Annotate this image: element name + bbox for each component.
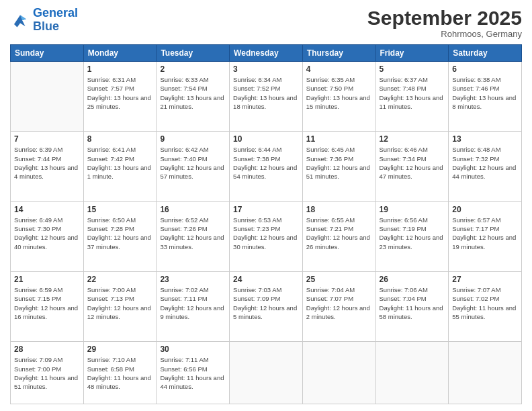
- svg-marker-0: [14, 15, 26, 27]
- day-info: Sunrise: 6:55 AMSunset: 7:21 PMDaylight:…: [306, 216, 372, 251]
- table-row: 18Sunrise: 6:55 AMSunset: 7:21 PMDayligh…: [302, 201, 375, 271]
- day-info: Sunrise: 6:57 AMSunset: 7:17 PMDaylight:…: [452, 216, 518, 251]
- table-row: 29Sunrise: 7:10 AMSunset: 6:58 PMDayligh…: [83, 342, 157, 404]
- table-row: 20Sunrise: 6:57 AMSunset: 7:17 PMDayligh…: [449, 201, 522, 271]
- logo-general: General: [33, 6, 78, 19]
- day-number: 6: [452, 64, 518, 74]
- day-number: 17: [233, 205, 299, 214]
- calendar-header-row: Sunday Monday Tuesday Wednesday Thursday…: [11, 45, 522, 62]
- day-info: Sunrise: 7:02 AMSunset: 7:11 PMDaylight:…: [160, 285, 226, 321]
- table-row: 22Sunrise: 7:00 AMSunset: 7:13 PMDayligh…: [83, 271, 157, 341]
- day-info: Sunrise: 6:44 AMSunset: 7:38 PMDaylight:…: [233, 145, 299, 181]
- day-info: Sunrise: 7:03 AMSunset: 7:09 PMDaylight:…: [233, 285, 299, 321]
- day-number: 19: [380, 205, 445, 214]
- calendar-table: Sunday Monday Tuesday Wednesday Thursday…: [10, 44, 522, 404]
- col-tuesday: Tuesday: [157, 45, 230, 62]
- table-row: 15Sunrise: 6:50 AMSunset: 7:28 PMDayligh…: [83, 201, 157, 271]
- day-number: 25: [306, 275, 372, 284]
- day-number: 9: [160, 134, 226, 144]
- day-number: 4: [306, 64, 372, 74]
- table-row: 7Sunrise: 6:39 AMSunset: 7:44 PMDaylight…: [11, 132, 84, 201]
- day-info: Sunrise: 6:33 AMSunset: 7:54 PMDaylight:…: [160, 75, 226, 111]
- day-number: 10: [233, 134, 299, 144]
- day-number: 23: [160, 275, 226, 284]
- table-row: [375, 342, 449, 404]
- table-row: 30Sunrise: 7:11 AMSunset: 6:56 PMDayligh…: [157, 342, 230, 404]
- day-info: Sunrise: 6:41 AMSunset: 7:42 PMDaylight:…: [87, 145, 153, 181]
- day-info: Sunrise: 6:34 AMSunset: 7:52 PMDaylight:…: [233, 75, 299, 111]
- table-row: 13Sunrise: 6:48 AMSunset: 7:32 PMDayligh…: [449, 132, 522, 201]
- day-info: Sunrise: 7:04 AMSunset: 7:07 PMDaylight:…: [306, 285, 372, 321]
- logo: General Blue: [10, 7, 78, 34]
- day-number: 12: [380, 134, 445, 144]
- day-number: 22: [87, 275, 153, 284]
- table-row: 2Sunrise: 6:33 AMSunset: 7:54 PMDaylight…: [157, 62, 230, 132]
- day-number: 8: [87, 134, 153, 144]
- table-row: 5Sunrise: 6:37 AMSunset: 7:48 PMDaylight…: [375, 62, 449, 132]
- location: Rohrmoos, Germany: [367, 29, 522, 39]
- table-row: 14Sunrise: 6:49 AMSunset: 7:30 PMDayligh…: [11, 201, 84, 271]
- table-row: 25Sunrise: 7:04 AMSunset: 7:07 PMDayligh…: [302, 271, 375, 341]
- day-info: Sunrise: 6:37 AMSunset: 7:48 PMDaylight:…: [380, 75, 445, 111]
- day-info: Sunrise: 7:07 AMSunset: 7:02 PMDaylight:…: [452, 285, 518, 321]
- day-info: Sunrise: 6:56 AMSunset: 7:19 PMDaylight:…: [380, 216, 445, 251]
- day-info: Sunrise: 6:38 AMSunset: 7:46 PMDaylight:…: [452, 75, 518, 111]
- day-info: Sunrise: 6:48 AMSunset: 7:32 PMDaylight:…: [452, 145, 518, 181]
- table-row: [449, 342, 522, 404]
- table-row: 12Sunrise: 6:46 AMSunset: 7:34 PMDayligh…: [375, 132, 449, 201]
- table-row: 11Sunrise: 6:45 AMSunset: 7:36 PMDayligh…: [302, 132, 375, 201]
- day-number: 26: [380, 275, 445, 284]
- day-info: Sunrise: 6:35 AMSunset: 7:50 PMDaylight:…: [306, 75, 372, 111]
- logo-blue: Blue: [33, 19, 59, 33]
- day-info: Sunrise: 6:49 AMSunset: 7:30 PMDaylight:…: [14, 216, 80, 251]
- day-info: Sunrise: 7:00 AMSunset: 7:13 PMDaylight:…: [87, 285, 153, 321]
- table-row: 28Sunrise: 7:09 AMSunset: 7:00 PMDayligh…: [11, 342, 84, 404]
- day-number: 18: [306, 205, 372, 214]
- col-friday: Friday: [375, 45, 449, 62]
- col-saturday: Saturday: [449, 45, 522, 62]
- table-row: 21Sunrise: 6:59 AMSunset: 7:15 PMDayligh…: [11, 271, 84, 341]
- day-number: 16: [160, 205, 226, 214]
- header: General Blue September 2025 Rohrmoos, Ge…: [10, 7, 522, 39]
- day-info: Sunrise: 6:50 AMSunset: 7:28 PMDaylight:…: [87, 216, 153, 251]
- day-number: 15: [87, 205, 153, 214]
- table-row: 1Sunrise: 6:31 AMSunset: 7:57 PMDaylight…: [83, 62, 157, 132]
- logo-text: General Blue: [33, 7, 78, 34]
- day-number: 5: [380, 64, 445, 74]
- col-monday: Monday: [83, 45, 157, 62]
- day-info: Sunrise: 7:06 AMSunset: 7:04 PMDaylight:…: [380, 285, 445, 321]
- day-number: 29: [87, 345, 153, 354]
- table-row: 23Sunrise: 7:02 AMSunset: 7:11 PMDayligh…: [157, 271, 230, 341]
- table-row: [11, 62, 84, 132]
- day-info: Sunrise: 6:45 AMSunset: 7:36 PMDaylight:…: [306, 145, 372, 181]
- table-row: 24Sunrise: 7:03 AMSunset: 7:09 PMDayligh…: [230, 271, 303, 341]
- title-block: September 2025 Rohrmoos, Germany: [367, 7, 522, 39]
- day-info: Sunrise: 6:59 AMSunset: 7:15 PMDaylight:…: [14, 285, 80, 321]
- col-thursday: Thursday: [302, 45, 375, 62]
- day-number: 28: [14, 345, 80, 354]
- table-row: 19Sunrise: 6:56 AMSunset: 7:19 PMDayligh…: [375, 201, 449, 271]
- day-number: 27: [452, 275, 518, 284]
- page: General Blue September 2025 Rohrmoos, Ge…: [0, 0, 532, 411]
- day-info: Sunrise: 6:52 AMSunset: 7:26 PMDaylight:…: [160, 216, 226, 251]
- table-row: 3Sunrise: 6:34 AMSunset: 7:52 PMDaylight…: [230, 62, 303, 132]
- month-title: September 2025: [367, 7, 522, 29]
- table-row: 8Sunrise: 6:41 AMSunset: 7:42 PMDaylight…: [83, 132, 157, 201]
- table-row: 26Sunrise: 7:06 AMSunset: 7:04 PMDayligh…: [375, 271, 449, 341]
- day-number: 20: [452, 205, 518, 214]
- day-number: 24: [233, 275, 299, 284]
- col-wednesday: Wednesday: [230, 45, 303, 62]
- table-row: 27Sunrise: 7:07 AMSunset: 7:02 PMDayligh…: [449, 271, 522, 341]
- day-info: Sunrise: 6:46 AMSunset: 7:34 PMDaylight:…: [380, 145, 445, 181]
- day-info: Sunrise: 6:53 AMSunset: 7:23 PMDaylight:…: [233, 216, 299, 251]
- col-sunday: Sunday: [11, 45, 84, 62]
- day-info: Sunrise: 6:42 AMSunset: 7:40 PMDaylight:…: [160, 145, 226, 181]
- logo-bird-icon: [10, 10, 30, 30]
- day-number: 21: [14, 275, 80, 284]
- day-number: 13: [452, 134, 518, 144]
- day-info: Sunrise: 6:39 AMSunset: 7:44 PMDaylight:…: [14, 145, 80, 181]
- table-row: [230, 342, 303, 404]
- table-row: [302, 342, 375, 404]
- day-number: 3: [233, 64, 299, 74]
- day-number: 30: [160, 345, 226, 354]
